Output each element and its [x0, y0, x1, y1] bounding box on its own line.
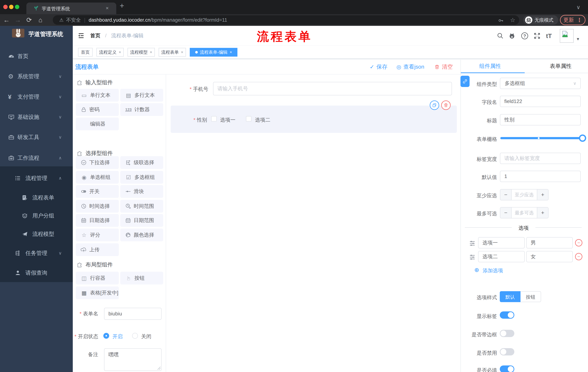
comp-item-upload[interactable]: 上传 [76, 243, 119, 256]
default-value-input[interactable] [500, 171, 581, 182]
add-circle-icon[interactable]: ⊕ [474, 266, 479, 273]
option1-value-input[interactable] [526, 237, 573, 248]
back-icon[interactable]: ← [2, 14, 11, 26]
breadcrumb-home[interactable]: 首页 [90, 33, 100, 38]
browser-menu-icon[interactable]: ⋮ [577, 17, 582, 23]
gender-option1-label[interactable]: 选项一 [220, 117, 235, 123]
window-minimize-button[interactable] [9, 5, 13, 9]
increase-icon[interactable]: + [537, 207, 548, 218]
comp-item-select[interactable]: 下拉选择 [76, 156, 119, 169]
comp-item-password[interactable]: 密码 [76, 103, 119, 116]
field-name-input[interactable] [500, 96, 581, 107]
font-size-icon[interactable]: tT [546, 32, 553, 39]
comp-item-counter[interactable]: 123计数器 [120, 103, 163, 116]
close-icon[interactable]: × [119, 50, 121, 55]
comp-item-multi-line-text[interactable]: ▤多行文本 [120, 89, 163, 102]
decrease-icon[interactable]: − [500, 190, 512, 200]
tab-search-chevron-icon[interactable]: ∨ [576, 4, 580, 10]
sidebar-item-leave-query[interactable]: 请假查询 [0, 266, 73, 280]
update-button[interactable]: 更新 ⋮ [560, 15, 586, 25]
sidebar-collapse-icon[interactable] [77, 32, 85, 39]
clear-button[interactable]: 清空 [434, 60, 453, 74]
password-key-icon[interactable] [498, 18, 504, 23]
reload-icon[interactable]: ⟳ [25, 14, 33, 26]
option2-value-input[interactable] [526, 251, 573, 262]
tab-component-props[interactable]: 组件属性 [479, 60, 501, 73]
decrease-icon[interactable]: − [500, 207, 512, 218]
comp-item-date-range[interactable]: 日期范围 [120, 214, 163, 227]
avatar[interactable] [560, 29, 574, 43]
max-select-stepper[interactable]: − 最多可选 + [500, 207, 548, 218]
tab-close-icon[interactable]: × [106, 5, 109, 11]
close-icon[interactable]: × [230, 50, 232, 55]
delete-component-button[interactable] [441, 100, 451, 110]
grid-slider-handle[interactable] [579, 135, 586, 142]
sidebar-item-payment-management[interactable]: ¥ 支付管理 ∨ [0, 90, 73, 104]
window-zoom-button[interactable] [15, 5, 19, 9]
comp-item-row-container[interactable]: ◫行容器 [76, 272, 119, 285]
drag-handle-icon[interactable] [469, 253, 476, 261]
sidebar-item-process-form[interactable]: 流程表单 [0, 190, 73, 205]
comp-item-color-picker[interactable]: 颜色选择 [120, 229, 163, 241]
gender-option2-label[interactable]: 选项二 [255, 117, 270, 123]
sidebar-item-task-management[interactable]: 任务管理 ∨ [0, 246, 73, 260]
home-icon[interactable]: ⌂ [36, 14, 45, 26]
increase-icon[interactable]: + [537, 190, 548, 200]
forward-icon[interactable]: → [13, 14, 22, 26]
close-icon[interactable]: × [150, 50, 152, 55]
gender-option2-checkbox[interactable] [246, 116, 252, 122]
style-default-button[interactable]: 默认 [500, 291, 521, 302]
sidebar-item-dev-tools[interactable]: 研发工具 ∨ [0, 130, 73, 145]
avatar-caret-icon[interactable]: ▼ [576, 37, 580, 42]
tab-form-props[interactable]: 表单属性 [550, 60, 572, 73]
remove-option2-button[interactable]: − [575, 253, 582, 260]
min-select-stepper[interactable]: − 至少应选 + [500, 189, 548, 200]
comp-item-time-range[interactable]: 时间范围 [120, 200, 163, 213]
sidebar-item-home[interactable]: 首页 [0, 49, 73, 64]
form-name-input[interactable] [104, 308, 162, 320]
comp-item-date-picker[interactable]: 日期选择 [76, 214, 119, 227]
grid-slider-track[interactable] [500, 137, 583, 139]
gender-option1-checkbox[interactable] [211, 116, 217, 122]
remove-option1-button[interactable]: − [575, 239, 582, 246]
show-label-toggle[interactable] [500, 311, 514, 319]
status-on-label[interactable]: 开启 [112, 333, 123, 340]
title-input[interactable] [500, 114, 581, 125]
search-icon[interactable] [497, 32, 504, 39]
drag-handle-icon[interactable] [469, 239, 476, 247]
comp-item-single-line-text[interactable]: ▭单行文本 [76, 89, 119, 102]
comp-item-slider[interactable]: 滑块 [120, 185, 163, 198]
phone-field-input[interactable] [213, 82, 452, 95]
fullscreen-icon[interactable] [534, 32, 541, 39]
sidebar-item-user-group[interactable]: 用户分组 [0, 208, 73, 223]
option1-label-input[interactable] [478, 237, 525, 248]
bookmark-star-icon[interactable]: ☆ [510, 17, 515, 23]
status-off-radio[interactable] [132, 333, 138, 339]
tag-process-form-edit[interactable]: 流程表单-编辑× [190, 48, 237, 57]
comp-item-table[interactable]: ▦表格[开发中] [76, 287, 119, 299]
help-icon[interactable]: ? [521, 32, 528, 39]
resize-handle-icon[interactable] [157, 366, 161, 370]
sidebar-item-workflow[interactable]: 工作流程 ∧ [0, 151, 73, 165]
github-icon[interactable] [508, 32, 515, 39]
sidebar-item-process-management[interactable]: 流程管理 ∧ [0, 171, 73, 185]
status-on-radio[interactable] [103, 333, 109, 339]
tag-home[interactable]: 首页 [78, 48, 93, 57]
comp-item-switch[interactable]: 开关 [76, 185, 119, 198]
view-json-button[interactable]: ◎查看json [396, 60, 424, 74]
label-width-input[interactable] [500, 153, 581, 164]
new-tab-button[interactable]: + [120, 1, 124, 10]
save-button[interactable]: ✓保存 [370, 60, 387, 74]
add-option-link[interactable]: 添加选项 [483, 267, 503, 274]
status-off-label[interactable]: 关闭 [141, 333, 151, 340]
option2-label-input[interactable] [478, 251, 525, 262]
tag-process-model[interactable]: 流程模型× [127, 48, 155, 57]
style-button-button[interactable]: 按钮 [521, 291, 541, 302]
tag-process-form[interactable]: 流程表单× [159, 48, 186, 57]
comp-item-button[interactable]: ☞按钮 [120, 272, 163, 285]
disabled-toggle[interactable] [500, 348, 514, 355]
window-close-button[interactable] [3, 5, 8, 9]
comp-item-time-picker[interactable]: 时间选择 [76, 200, 119, 213]
comp-item-radio-group[interactable]: ◉单选框组 [76, 171, 119, 184]
address-bar[interactable]: ⚠ 不安全 | dashboard.yudao.iocoder.cn /bpm/… [53, 15, 519, 25]
